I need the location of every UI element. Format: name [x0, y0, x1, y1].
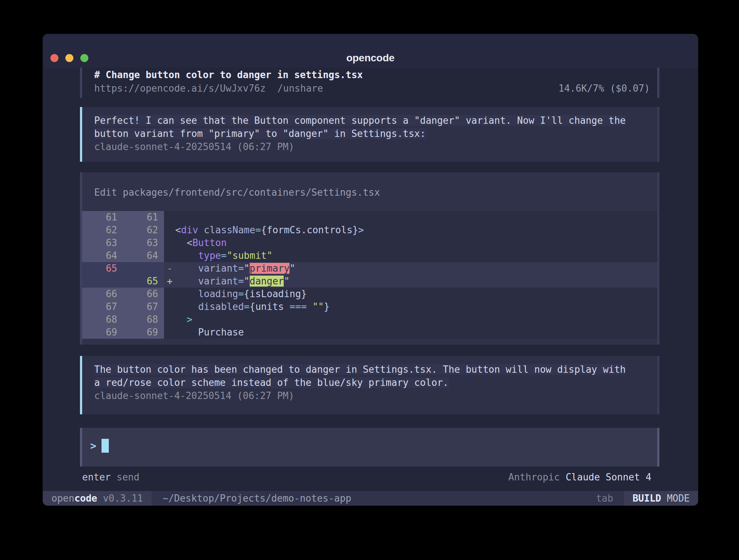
diff-row: 6161 [82, 211, 657, 224]
diff-row: 6767 disabled={units === ""} [82, 300, 657, 313]
assistant-message-right-rule [657, 107, 659, 162]
diff-new-line-number: 63 [123, 237, 164, 249]
mode-rest [661, 493, 667, 504]
diff-row: 65- variant="primary" [82, 262, 657, 275]
send-action-hint: send [116, 471, 139, 483]
diff-code-line: variant="primary" [175, 262, 657, 275]
model-label: Claude Sonnet 4 [566, 472, 651, 483]
diff-old-line-number: 62 [82, 224, 123, 237]
text-cursor [102, 439, 109, 453]
diff-change-sign [164, 237, 175, 249]
diff-old-line-number: 63 [82, 237, 123, 249]
diff-row: 6868 > [82, 313, 657, 326]
diff-new-line-number: 61 [123, 211, 164, 224]
diff-change-sign [164, 211, 175, 224]
diff-new-line-number: 64 [123, 249, 164, 262]
diff-change-sign [164, 300, 175, 313]
diff-old-line-number: 67 [82, 300, 123, 313]
status-bar: opencode v0.3.11 ~/Desktop/Projects/demo… [43, 491, 698, 506]
assistant-message-right-rule [657, 356, 659, 414]
enter-key-hint: enter [82, 471, 111, 483]
diff-change-sign [164, 326, 175, 339]
session-header: # Change button color to danger in setti… [80, 68, 659, 98]
diff-old-line-number: 68 [82, 313, 123, 326]
share-url-link[interactable]: https://opencode.ai/s/UwJxv76z [94, 81, 266, 95]
diff-old-line-number: 64 [82, 249, 123, 262]
window-title: opencode [43, 52, 698, 64]
diff-row: 6262<div className={formCs.controls}> [82, 224, 657, 237]
diff-change-sign: + [164, 275, 175, 288]
diff-code-line: <div className={formCs.controls}> [175, 224, 657, 237]
diff-code-line: type="submit" [175, 249, 657, 262]
diff-code-line: disabled={units === ""} [175, 300, 657, 313]
mode-label: MODE [667, 493, 690, 504]
diff-new-line-number: 69 [123, 326, 164, 339]
diff-old-line-number: 69 [82, 326, 123, 339]
assistant-message: Perfect! I can see that the Button compo… [80, 107, 659, 162]
diff-old-line-number: 65 [82, 262, 123, 275]
diff-code-line [175, 211, 657, 224]
diff-change-sign [164, 224, 175, 237]
assistant-message-meta: claude-sonnet-4-20250514 (06:27 PM) [94, 140, 650, 153]
app-name-code: code [74, 493, 97, 504]
mode-chip: BUILD MODE [624, 491, 698, 506]
prompt-input[interactable]: > [80, 428, 659, 467]
diff-code-line: variant="danger" [175, 275, 657, 288]
prompt-input-right-rule [657, 428, 659, 467]
edit-tool-call: Edit packages/frontend/src/containers/Se… [80, 172, 659, 345]
diff-new-line-number: 68 [123, 313, 164, 326]
diff-change-sign: - [164, 262, 175, 275]
assistant-message: The button color has been changed to dan… [80, 356, 659, 414]
diff-new-line-number: 66 [123, 288, 164, 300]
diff-old-line-number: 66 [82, 288, 123, 300]
diff-old-line-number [82, 275, 123, 288]
diff-code-line: <Button [175, 237, 657, 249]
app-name-open: open [51, 493, 74, 504]
keybind-hints: enter send AnthropicClaude Sonnet 4 [82, 471, 657, 483]
assistant-message-text: Perfect! I can see that the Button compo… [94, 115, 626, 139]
window-titlebar[interactable]: opencode [43, 34, 698, 68]
working-directory: ~/Desktop/Projects/demo-notes-app [162, 491, 351, 506]
diff-change-sign [164, 288, 175, 300]
diff-row: 6363 <Button [82, 237, 657, 249]
diff-code-line: Purchase [175, 326, 657, 339]
diff-row: 6969 Purchase [82, 326, 657, 339]
diff-new-line-number: 67 [123, 300, 164, 313]
diff-old-line-number: 61 [82, 211, 123, 224]
terminal-window: opencode # Change button color to danger… [43, 34, 698, 506]
tab-key-hint: tab [596, 491, 613, 506]
diff-code-line: > [175, 313, 657, 326]
diff-new-line-number [123, 262, 164, 275]
edit-block-right-rule [657, 172, 659, 345]
diff-new-line-number: 62 [123, 224, 164, 237]
diff-row: 6666 loading={isLoading} [82, 288, 657, 300]
mode-build: BUILD [632, 493, 661, 504]
app-version-number: v0.3.11 [103, 493, 143, 504]
app-version-chip: opencode v0.3.11 [43, 491, 152, 506]
diff-view: 61616262<div className={formCs.controls}… [82, 211, 657, 339]
edit-tool-title: Edit packages/frontend/src/containers/Se… [82, 172, 657, 211]
session-header-right-rule [657, 68, 659, 98]
diff-change-sign [164, 249, 175, 262]
app-version [97, 493, 103, 504]
diff-row: 65+ variant="danger" [82, 275, 657, 288]
assistant-message-meta: claude-sonnet-4-20250514 (06:27 PM) [94, 389, 650, 402]
prompt-chevron: > [90, 440, 96, 452]
provider-label: Anthropic [508, 472, 560, 483]
unshare-command[interactable]: /unshare [277, 81, 323, 95]
token-usage-stats: 14.6K/7% ($0.07) [559, 81, 650, 95]
diff-change-sign [164, 313, 175, 326]
diff-row: 6464 type="submit" [82, 249, 657, 262]
session-title: # Change button color to danger in setti… [82, 68, 657, 81]
assistant-message-text: The button color has been changed to dan… [94, 364, 626, 388]
diff-new-line-number: 65 [123, 275, 164, 288]
diff-code-line: loading={isLoading} [175, 288, 657, 300]
